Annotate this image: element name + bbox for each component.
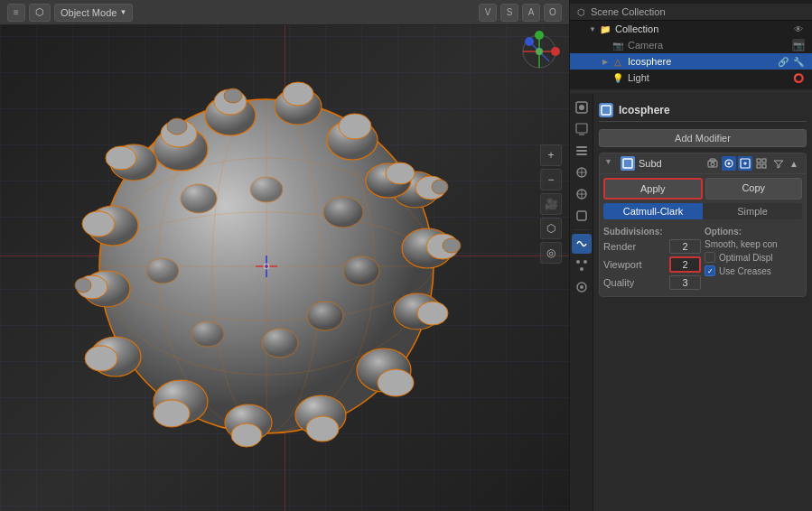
add-menu-btn[interactable]: A	[522, 4, 540, 22]
svg-point-79	[583, 260, 587, 264]
zoom-out-btn[interactable]: −	[540, 169, 562, 190]
collection-right-icons: 👁	[792, 23, 805, 35]
props-tab-render[interactable]	[572, 98, 592, 117]
props-tab-world[interactable]	[572, 184, 592, 204]
render-field-label: Render	[603, 241, 667, 252]
tab-simple[interactable]: Simple	[703, 203, 802, 219]
viewport-field-label: Viewport	[603, 259, 667, 270]
svg-point-37	[75, 278, 91, 293]
render-field-value[interactable]: 2	[669, 239, 701, 254]
svg-point-86	[711, 163, 714, 166]
modifier-grid-btn[interactable]	[754, 156, 769, 171]
light-label: Light	[628, 72, 649, 83]
props-tab-output[interactable]	[572, 119, 592, 139]
viewport-field-value[interactable]: 2	[669, 256, 701, 273]
expand-arrow-icosphere: ▶	[601, 57, 610, 66]
object-menu-btn[interactable]: O	[544, 4, 562, 22]
optimal-checkbox[interactable]	[705, 252, 715, 263]
light-right-icons: ⭕	[792, 71, 805, 84]
local-global-btn[interactable]: ◎	[540, 242, 562, 264]
copy-button[interactable]: Copy	[705, 178, 803, 200]
viewport[interactable]: ≡ ⬡ Object Mode ▼ V S A O X	[0, 0, 569, 511]
props-tab-viewlayer[interactable]	[572, 141, 592, 161]
props-tab-particles[interactable]	[572, 256, 592, 275]
svg-point-65	[536, 48, 543, 55]
svg-rect-96	[762, 164, 766, 168]
view-menu-btn[interactable]: V	[479, 4, 497, 22]
props-tab-object[interactable]	[572, 206, 592, 226]
camera-visibility-icon[interactable]: 📷	[792, 39, 805, 51]
zoom-in-btn[interactable]: +	[540, 144, 562, 166]
select-menu-btn[interactable]: S	[500, 4, 518, 22]
properties-object-title: Icosphere	[619, 104, 670, 116]
creases-checkbox[interactable]: ✓	[705, 265, 715, 276]
icosphere-right-icons: 🔗 🔧	[777, 55, 805, 68]
tab-catmull-clark[interactable]: Catmull-Clark	[603, 203, 703, 219]
apply-copy-row: Apply Copy	[600, 174, 806, 203]
svg-point-45	[323, 197, 363, 228]
svg-rect-70	[576, 146, 587, 148]
props-tab-scene[interactable]	[572, 163, 592, 182]
object-type-icon	[599, 103, 613, 117]
outliner-tree: ▼ 📁 Collection 👁 ▶ 📷 Camera 📷 ▶ △	[570, 21, 812, 86]
creases-option-row: ✓ Use Creases	[705, 265, 802, 276]
outliner-item-icosphere[interactable]: ▶ △ Icosphere 🔗 🔧	[570, 53, 812, 70]
svg-rect-94	[762, 159, 766, 163]
modifier-up-btn[interactable]: ▲	[787, 156, 801, 171]
modifier-toggle[interactable]: ▼	[604, 157, 617, 170]
modifier-render-btn[interactable]	[722, 156, 736, 171]
apply-button[interactable]: Apply	[603, 178, 703, 200]
modifier-edit-btn[interactable]	[738, 156, 752, 171]
navigation-gizmo[interactable]: X Y Z	[517, 29, 562, 74]
modifier-type-icon	[621, 156, 635, 171]
mode-select[interactable]: Object Mode ▼	[54, 4, 133, 22]
svg-point-43	[386, 163, 415, 184]
outliner-header: ⬡ Scene Collection	[570, 4, 812, 21]
icosphere-icon: △	[611, 55, 624, 68]
expand-arrow-camera: ▶	[601, 41, 610, 50]
modifier-camera-btn[interactable]	[705, 156, 720, 171]
editor-type-btn[interactable]: ⬡	[29, 4, 51, 22]
viewport-toolbar: ≡ ⬡ Object Mode ▼ V S A O	[0, 0, 569, 25]
svg-point-11	[283, 82, 313, 106]
perspective-btn[interactable]: ⬡	[540, 218, 562, 239]
creases-option-label: Use Creases	[719, 266, 771, 276]
quality-field-value[interactable]: 3	[669, 275, 701, 290]
collection-visibility-icon[interactable]: 👁	[792, 23, 805, 35]
camera-label: Camera	[628, 40, 663, 51]
light-visibility-icon[interactable]: ⭕	[792, 71, 805, 84]
modifier-header: ▼ Subd	[600, 153, 806, 174]
viewport-background: ≡ ⬡ Object Mode ▼ V S A O X	[0, 0, 569, 511]
outliner-item-camera[interactable]: ▶ 📷 Camera 📷	[570, 37, 812, 53]
camera-view-btn[interactable]: 🎥	[540, 193, 562, 215]
light-icon: 💡	[611, 71, 624, 84]
add-modifier-button[interactable]: Add Modifier	[599, 129, 807, 147]
icosphere-constraint-icon[interactable]: 🔗	[777, 55, 789, 68]
viewport-icon: ⬡	[35, 6, 44, 18]
fields-main-row: Subdivisions: Render 2 Viewport 2	[603, 227, 802, 293]
quality-field-row: Quality 3	[603, 275, 701, 290]
svg-rect-95	[757, 164, 761, 168]
outliner-item-light[interactable]: ▶ 💡 Light ⭕	[570, 70, 812, 86]
expand-arrow-collection: ▼	[588, 24, 597, 33]
smooth-option-row: Smooth, keep con	[705, 239, 802, 249]
collection-label: Collection	[615, 23, 658, 34]
subdivision-type-tabs: Catmull-Clark Simple	[603, 203, 802, 219]
svg-rect-68	[576, 124, 587, 133]
optimal-option-label: Optimal Displ	[719, 253, 772, 263]
modifier-filter-btn[interactable]	[770, 156, 785, 171]
svg-text:Y: Y	[537, 33, 540, 39]
svg-point-89	[728, 163, 731, 165]
viewport-menu-icon[interactable]: ≡	[7, 4, 25, 22]
props-tab-modifier[interactable]	[572, 234, 592, 254]
properties-sidebar	[570, 94, 593, 511]
outliner-item-collection[interactable]: ▼ 📁 Collection 👁	[570, 21, 812, 37]
icosphere-label: Icosphere	[628, 56, 671, 67]
svg-point-28	[306, 416, 339, 441]
svg-point-82	[580, 285, 583, 289]
icosphere-modifier-icon[interactable]: 🔧	[792, 55, 805, 68]
modifier-block-subd: ▼ Subd	[599, 153, 807, 297]
svg-rect-93	[757, 159, 761, 163]
props-tab-physics[interactable]	[572, 277, 592, 297]
quality-field-label: Quality	[603, 277, 667, 288]
